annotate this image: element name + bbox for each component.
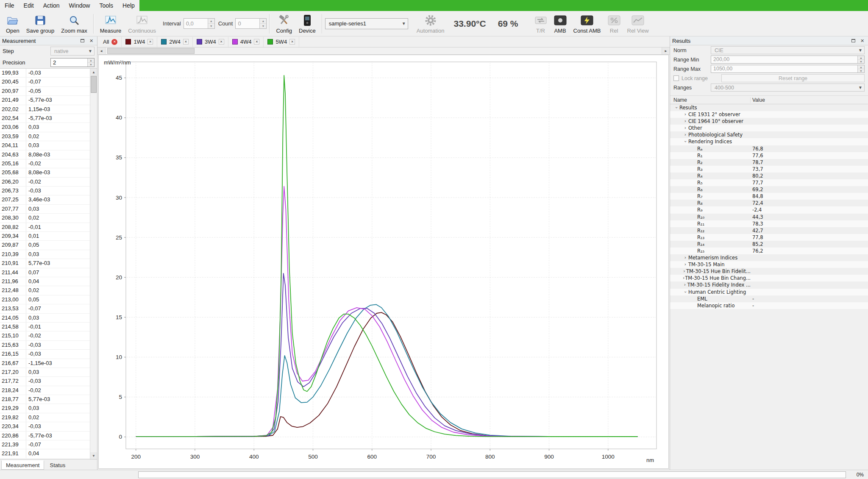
measurement-row[interactable]: 207,770,03	[0, 205, 90, 214]
measurement-row[interactable]: 220,34-0,03	[0, 422, 90, 431]
tree-row[interactable]: R₁₁78,3	[670, 220, 868, 227]
tree-row[interactable]: EML-	[670, 295, 868, 302]
norm-select[interactable]: CIE ▼	[711, 46, 865, 54]
measurement-row[interactable]: 212,480,02	[0, 286, 90, 295]
tree-row[interactable]: Melanopic ratio-	[670, 302, 868, 309]
precision-spinbox[interactable]: 2 ▲▼	[50, 58, 95, 67]
tree-row[interactable]: ›CIE 1931 2° observer	[670, 111, 868, 118]
measurement-row[interactable]: 206,73-0,03	[0, 187, 90, 195]
close-tab-icon[interactable]: ✕	[219, 39, 224, 45]
chevron-collapsed-icon[interactable]: ›	[682, 125, 688, 131]
measure-button[interactable]: Measure	[97, 12, 125, 36]
measurement-row[interactable]: 203,060,03	[0, 123, 90, 132]
chevron-expanded-icon[interactable]: ›	[682, 289, 689, 295]
chevron-expanded-icon[interactable]: ›	[673, 105, 680, 111]
menu-window[interactable]: Window	[64, 0, 95, 11]
tr-button[interactable]: T/R	[531, 12, 551, 36]
measurement-row[interactable]: 218,775,77e-03	[0, 395, 90, 404]
chart-tab-3w4[interactable]: 3W4✕	[193, 37, 228, 47]
chevron-collapsed-icon[interactable]: ›	[682, 261, 688, 268]
zoom-max-button[interactable]: Zoom max	[58, 12, 90, 36]
range-min-spinbox[interactable]: 200,00 ▲▼	[711, 56, 865, 64]
measurement-row[interactable]: 199,93-0,03	[0, 69, 90, 78]
precision-up-icon[interactable]: ▲	[88, 58, 94, 63]
measurement-row[interactable]: 204,638,08e-03	[0, 150, 90, 159]
lock-range-checkbox[interactable]	[673, 75, 679, 81]
save-group-button[interactable]: Save group	[23, 12, 58, 36]
tree-row[interactable]: R₁₃77,8	[670, 234, 868, 241]
measurement-row[interactable]: 214,050,03	[0, 314, 90, 323]
tree-row[interactable]: R₁₄85,2	[670, 241, 868, 248]
tree-row[interactable]: R₁₅76,2	[670, 248, 868, 254]
measurement-row[interactable]: 211,440,07	[0, 268, 90, 277]
scroll-left-icon[interactable]: ◄	[97, 47, 106, 54]
measurement-row[interactable]: 203,590,02	[0, 132, 90, 141]
tree-row[interactable]: ›Results	[670, 104, 868, 111]
chevron-collapsed-icon[interactable]: ›	[682, 131, 688, 138]
chart-tab-5w4[interactable]: 5W4✕	[264, 37, 299, 47]
range-max-down-icon[interactable]: ▼	[858, 69, 864, 72]
measurement-row[interactable]: 200,97-0,05	[0, 87, 90, 96]
float-panel-button[interactable]	[850, 38, 857, 44]
plot-canvas[interactable]: 2003004005006007008009001000051015202530…	[99, 55, 668, 468]
interval-up-icon[interactable]: ▲	[208, 19, 214, 24]
tab-measurement[interactable]: Measurement	[1, 460, 44, 470]
measurement-row[interactable]: 217,72-0,03	[0, 377, 90, 386]
horizontal-scrollbar[interactable]: ◄ ►	[97, 47, 670, 55]
chart-tab-1w4[interactable]: 1W4✕	[122, 37, 157, 47]
measurement-row[interactable]: 213,53-0,07	[0, 304, 90, 313]
automation-button[interactable]: Automation	[413, 12, 448, 36]
close-tab-icon[interactable]: ✕	[289, 39, 295, 45]
measurement-row[interactable]: 209,340,01	[0, 232, 90, 241]
scrollbar-thumb[interactable]	[91, 76, 97, 93]
menu-tools[interactable]: Tools	[95, 0, 118, 11]
measurement-row[interactable]: 207,253,46e-03	[0, 195, 90, 204]
measurement-row[interactable]: 208,82-0,01	[0, 223, 90, 232]
tree-row[interactable]: R₄80,2	[670, 173, 868, 179]
measurement-row[interactable]: 213,000,05	[0, 295, 90, 304]
measurement-row[interactable]: 214,58-0,01	[0, 323, 90, 331]
chart-tab-all[interactable]: All✕	[99, 37, 122, 47]
measurement-row[interactable]: 210,390,03	[0, 250, 90, 259]
range-min-up-icon[interactable]: ▲	[858, 56, 864, 60]
interval-spinbox[interactable]: 0,0 ▲▼	[184, 18, 215, 29]
menu-edit[interactable]: Edit	[19, 0, 39, 11]
chevron-collapsed-icon[interactable]: ›	[682, 281, 687, 288]
tree-row[interactable]: ›Metamerism Indices	[670, 254, 868, 261]
measurement-row[interactable]: 206,20-0,02	[0, 178, 90, 187]
menu-action[interactable]: Action	[39, 0, 64, 11]
close-tab-icon[interactable]: ✕	[111, 39, 117, 45]
tree-row[interactable]: R₉-2,4	[670, 206, 868, 213]
chart-tab-4w4[interactable]: 4W4✕	[228, 37, 264, 47]
continuous-button[interactable]: Continuous	[125, 12, 159, 36]
close-tab-icon[interactable]: ✕	[254, 39, 259, 45]
measurement-row[interactable]: 210,915,77e-03	[0, 259, 90, 268]
hscrollbar-thumb[interactable]	[107, 48, 195, 54]
open-button[interactable]: Open	[3, 12, 23, 36]
scroll-up-icon[interactable]: ▲	[90, 69, 97, 75]
count-down-icon[interactable]: ▼	[260, 24, 266, 28]
count-spinbox[interactable]: 0 ▲▼	[235, 18, 267, 29]
tree-row[interactable]: ›TM-30-15 Fidelity Index ...	[670, 281, 868, 288]
tree-row[interactable]: R₂78,7	[670, 159, 868, 166]
step-select[interactable]: native ▼	[50, 47, 95, 56]
tab-status[interactable]: Status	[45, 460, 70, 470]
tree-row[interactable]: ›CIE 1964 10° observer	[670, 118, 868, 125]
tree-row[interactable]: R₅77,7	[670, 179, 868, 186]
scroll-right-icon[interactable]: ►	[662, 47, 670, 54]
scroll-down-icon[interactable]: ▼	[90, 452, 97, 459]
tree-row[interactable]: R₁₂42,7	[670, 227, 868, 234]
count-up-icon[interactable]: ▲	[260, 19, 266, 24]
chevron-collapsed-icon[interactable]: ›	[682, 111, 688, 118]
range-min-down-icon[interactable]: ▼	[858, 60, 864, 63]
measurement-row[interactable]: 209,870,05	[0, 241, 90, 250]
reset-range-button[interactable]: Reset range	[721, 74, 865, 82]
chevron-collapsed-icon[interactable]: ›	[682, 254, 688, 261]
tree-row[interactable]: ›TM-30-15 Hue Bin Fidelit...	[670, 268, 868, 275]
chevron-expanded-icon[interactable]: ›	[682, 139, 689, 145]
measurement-row[interactable]: 215,10-0,02	[0, 331, 90, 340]
tree-row[interactable]: Rₐ76,8	[670, 145, 868, 152]
chart-tab-2w4[interactable]: 2W4✕	[157, 37, 193, 47]
close-tab-icon[interactable]: ✕	[183, 39, 189, 45]
measurement-row[interactable]: 208,300,02	[0, 214, 90, 223]
